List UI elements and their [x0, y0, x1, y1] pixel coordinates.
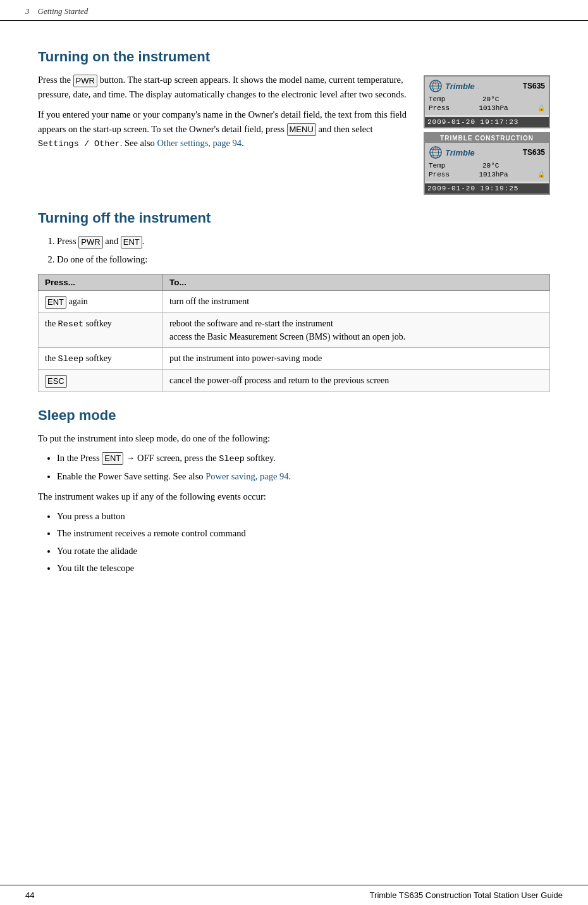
screen-2-model: TS635	[523, 148, 545, 157]
screen-2-temp: Temp 20°C	[429, 161, 545, 170]
screen-2-press: Press 1013hPa 🔒	[429, 170, 545, 179]
other-settings-link[interactable]: Other settings, page 94	[157, 138, 242, 148]
device-screen-1: Trimble. TS635 Temp 20°C Press 1013hPa 🔒…	[424, 75, 550, 128]
sleep-bullet-1: In the Press ENT → OFF screen, press the…	[57, 451, 550, 466]
turning-on-title: Turning on the instrument	[38, 49, 550, 65]
step-2: Do one of the following:	[57, 252, 550, 266]
wake-bullet-4: You tilt the telescope	[57, 561, 550, 575]
turning-off-title: Turning off the instrument	[38, 210, 550, 226]
col-press-header: Press...	[39, 274, 163, 291]
wake-bullets: You press a button The instrument receiv…	[57, 509, 550, 576]
to-cell-3: put the instrument into power-saving mod…	[162, 348, 549, 370]
sleep-intro: To put the instrument into sleep mode, d…	[38, 431, 550, 445]
turning-off-section: Turning off the instrument Press PWR and…	[38, 210, 550, 392]
wake-bullet-1: You press a button	[57, 509, 550, 523]
sleep-code-1: Sleep	[58, 354, 84, 364]
press-cell-3: the Sleep softkey	[39, 348, 163, 370]
settings-code: Settings / Other	[38, 139, 120, 149]
screen-1-press: Press 1013hPa 🔒	[429, 104, 545, 113]
turning-on-text: Press the PWR button. The start-up scree…	[38, 73, 411, 195]
screen-1-inner: Trimble. TS635 Temp 20°C Press 1013hPa 🔒	[425, 77, 549, 115]
chapter-label: 3 Getting Started	[25, 6, 88, 16]
turning-on-section: Press the PWR button. The start-up scree…	[38, 73, 550, 195]
trimble-logo-text-2: Trimble	[445, 148, 475, 157]
screen-1-model: TS635	[523, 82, 545, 90]
press-table: Press... To... ENT again turn off the in…	[38, 274, 550, 392]
page-header: 3 Getting Started	[0, 0, 588, 21]
svg-marker-6	[434, 83, 437, 85]
table-row: ESC cancel the power-off process and ret…	[39, 370, 550, 392]
power-saving-link[interactable]: Power saving, page 94	[205, 471, 288, 481]
esc-kbd: ESC	[45, 375, 67, 388]
table-row: ENT again turn off the instrument	[39, 291, 550, 313]
trimble-logo-text-1: Trimble	[445, 82, 475, 91]
turning-off-steps: Press PWR and ENT. Do one of the followi…	[57, 234, 550, 266]
ent-kbd-again: ENT	[45, 296, 66, 309]
screen-2-owner: TRIMBLE CONSTRUCTION	[425, 133, 549, 143]
sleep-mode-section: Sleep mode To put the instrument into sl…	[38, 407, 550, 575]
to-cell-4: cancel the power-off process and return …	[162, 370, 549, 392]
table-row: the Reset softkey reboot the software an…	[39, 313, 550, 348]
step-1: Press PWR and ENT.	[57, 234, 550, 249]
sleep-mode-title: Sleep mode	[38, 407, 550, 424]
col-to-header: To...	[162, 274, 549, 291]
turning-on-para2: If you entered your name or your company…	[38, 108, 411, 151]
reset-code: Reset	[58, 319, 84, 329]
page-footer: 44 Trimble TS635 Construction Total Stat…	[0, 885, 588, 905]
trimble-globe-icon-1	[429, 79, 443, 93]
to-cell-1: turn off the instrument	[162, 291, 549, 313]
press-cell-2: the Reset softkey	[39, 313, 163, 348]
device-screen-2: TRIMBLE CONSTRUCTION Trimble.	[424, 132, 550, 195]
ent-kbd-off: ENT	[121, 236, 142, 249]
footer-guide-title: Trimble TS635 Construction Total Station…	[370, 890, 563, 900]
press-cell-1: ENT again	[39, 291, 163, 313]
screen-1-temp: Temp 20°C	[429, 95, 545, 104]
trimble-globe-icon-2	[429, 145, 443, 159]
page-content: Turning on the instrument Press the PWR …	[0, 21, 588, 615]
sleep-code-2: Sleep	[219, 454, 245, 464]
device-screens: Trimble. TS635 Temp 20°C Press 1013hPa 🔒…	[424, 75, 550, 195]
sleep-bullet-2: Enable the Power Save setting. See also …	[57, 469, 550, 483]
wake-bullet-3: You rotate the alidade	[57, 544, 550, 558]
screen-2-time: 2009-01-20 19:19:25	[425, 183, 549, 194]
svg-marker-13	[434, 149, 437, 152]
pwr-kbd-off: PWR	[78, 236, 102, 249]
footer-page-number: 44	[25, 890, 34, 900]
to-cell-2: reboot the software and re-start the ins…	[162, 313, 549, 348]
sleep-bullets: In the Press ENT → OFF screen, press the…	[57, 451, 550, 483]
screen-2-inner: Trimble. TS635 Temp 20°C Press 1013hPa 🔒	[425, 143, 549, 182]
menu-kbd: MENU	[287, 123, 316, 136]
turning-on-para1: Press the PWR button. The start-up scree…	[38, 73, 411, 101]
screen-1-time: 2009-01-20 19:17:23	[425, 117, 549, 127]
pwr-kbd: PWR	[73, 75, 97, 87]
press-cell-4: ESC	[39, 370, 163, 392]
screen-2-top: Trimble. TS635	[429, 145, 545, 159]
screen-1-top: Trimble. TS635	[429, 79, 545, 93]
wake-intro: The instrument wakes up if any of the fo…	[38, 489, 550, 503]
wake-bullet-2: The instrument receives a remote control…	[57, 526, 550, 540]
table-row: the Sleep softkey put the instrument int…	[39, 348, 550, 370]
ent-kbd-sleep: ENT	[102, 452, 123, 465]
